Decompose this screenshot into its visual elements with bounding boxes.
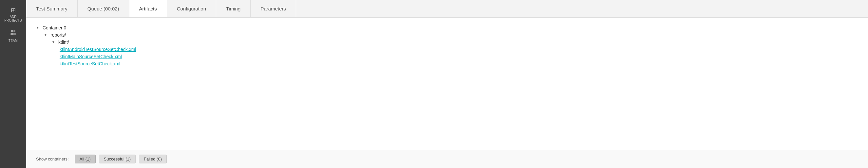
file-link-1[interactable]: ktlintAndroidTestSourceSetCheck.xml [60,47,136,52]
ktlint-label: ktlint/ [58,40,69,45]
tree-row-file-1: ktlintAndroidTestSourceSetCheck.xml [36,46,858,53]
tab-queue[interactable]: Queue (00:02) [78,0,129,17]
sidebar-item-label: ADDPROJECTS [4,15,22,22]
svg-point-0 [11,30,13,32]
tree-container: ▼ Container 0 ▼ reports/ ▼ ktlint/ ktlin… [36,24,858,67]
tree-row-reports: ▼ reports/ [36,31,858,39]
filter-all-button[interactable]: All (1) [75,155,96,163]
sidebar-item-team[interactable]: TEAM [0,26,26,46]
chevron-down-icon: ▼ [52,40,57,45]
tab-artifacts[interactable]: Artifacts [129,0,167,17]
tab-test-summary[interactable]: Test Summary [26,0,78,17]
chevron-down-icon: ▼ [44,32,49,38]
tab-parameters[interactable]: Parameters [251,0,296,17]
chevron-down-icon: ▼ [36,25,41,30]
add-projects-icon: ⊞ [11,6,16,14]
show-containers-label: Show containers: [36,157,69,162]
main-content: Test Summary Queue (00:02) Artifacts Con… [26,0,868,168]
reports-label: reports/ [51,32,66,38]
sidebar-item-add-projects[interactable]: ⊞ ADDPROJECTS [0,3,26,26]
artifacts-content: ▼ Container 0 ▼ reports/ ▼ ktlint/ ktlin… [26,18,868,150]
tab-timing[interactable]: Timing [216,0,251,17]
filter-failed-button[interactable]: Failed (0) [139,155,167,163]
tree-row-ktlint: ▼ ktlint/ [36,39,858,46]
tabs-container: Test Summary Queue (00:02) Artifacts Con… [26,0,868,18]
bottom-bar: Show containers: All (1) Successful (1) … [26,150,868,168]
svg-point-3 [13,33,17,35]
team-icon [9,29,17,38]
tree-row-container: ▼ Container 0 [36,24,858,31]
file-link-3[interactable]: ktlintTestSourceSetCheck.xml [60,61,120,66]
tree-row-file-3: ktlintTestSourceSetCheck.xml [36,60,858,67]
filter-successful-button[interactable]: Successful (1) [99,155,135,163]
sidebar: ⊞ ADDPROJECTS TEAM [0,0,26,168]
svg-point-2 [13,30,16,32]
sidebar-item-label: TEAM [8,39,18,42]
tree-row-file-2: ktlintMainSourceSetCheck.xml [36,53,858,60]
container-label: Container 0 [42,25,66,30]
tab-configuration[interactable]: Configuration [167,0,216,17]
file-link-2[interactable]: ktlintMainSourceSetCheck.xml [60,54,122,59]
